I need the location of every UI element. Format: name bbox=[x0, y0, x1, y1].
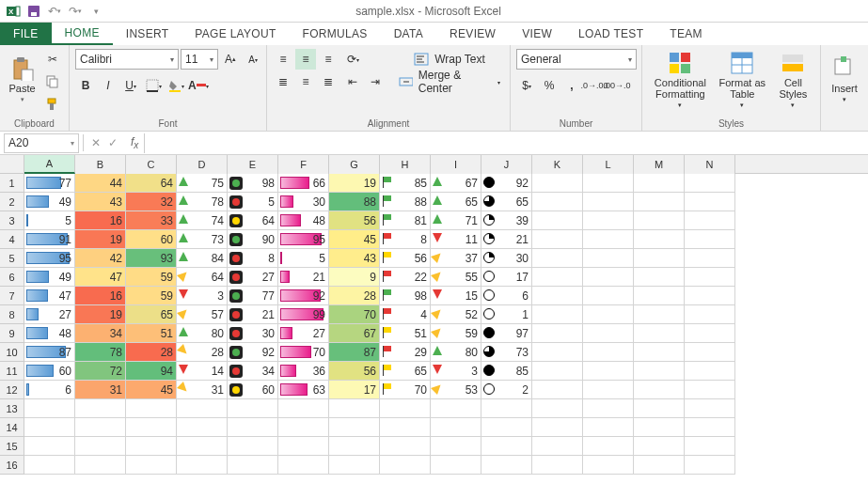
row-header[interactable]: 8 bbox=[0, 305, 24, 324]
cell[interactable]: 5 bbox=[228, 193, 278, 211]
name-box[interactable]: A20▾ bbox=[4, 133, 79, 153]
italic-button[interactable]: I bbox=[98, 75, 118, 96]
cell[interactable] bbox=[75, 437, 126, 456]
cell[interactable]: 49 bbox=[24, 193, 75, 211]
cell[interactable] bbox=[532, 324, 583, 343]
conditional-formatting-button[interactable]: Conditional Formatting▾ bbox=[648, 49, 713, 111]
decrease-indent-icon[interactable]: ⇤ bbox=[342, 71, 363, 92]
cell[interactable]: 48 bbox=[24, 324, 75, 343]
cell[interactable]: 73 bbox=[177, 230, 228, 249]
column-header[interactable]: I bbox=[431, 155, 481, 174]
cell[interactable] bbox=[380, 418, 431, 437]
cell[interactable] bbox=[685, 437, 735, 456]
cell[interactable]: 56 bbox=[329, 211, 380, 230]
cell[interactable]: 60 bbox=[24, 362, 75, 381]
cell[interactable]: 37 bbox=[431, 249, 481, 268]
font-name-combo[interactable]: Calibri▾ bbox=[75, 49, 179, 70]
row-header[interactable]: 5 bbox=[0, 249, 24, 268]
cell[interactable] bbox=[532, 268, 583, 287]
cell[interactable] bbox=[532, 287, 583, 305]
column-header[interactable]: K bbox=[532, 155, 583, 174]
cell[interactable]: 19 bbox=[75, 305, 126, 324]
cell[interactable] bbox=[532, 174, 583, 193]
cell[interactable] bbox=[583, 418, 634, 437]
row-header[interactable]: 12 bbox=[0, 381, 24, 399]
font-color-button[interactable]: A▾ bbox=[188, 75, 209, 96]
increase-indent-icon[interactable]: ⇥ bbox=[365, 71, 386, 92]
cell[interactable] bbox=[532, 343, 583, 362]
cell[interactable] bbox=[126, 399, 177, 418]
cell[interactable]: 65 bbox=[126, 305, 177, 324]
cell[interactable]: 70 bbox=[380, 381, 431, 399]
row-header[interactable]: 11 bbox=[0, 362, 24, 381]
enter-formula-icon[interactable]: ✓ bbox=[108, 136, 118, 149]
cell[interactable]: 51 bbox=[126, 324, 177, 343]
cell[interactable]: 81 bbox=[380, 211, 431, 230]
qat-customize-icon[interactable]: ▾ bbox=[87, 2, 105, 21]
cell[interactable]: 14 bbox=[177, 362, 228, 381]
column-header[interactable]: J bbox=[481, 155, 532, 174]
cell[interactable]: 85 bbox=[380, 174, 431, 193]
cell[interactable] bbox=[431, 437, 481, 456]
cell[interactable] bbox=[634, 305, 685, 324]
wrap-text-button[interactable]: Wrap Text bbox=[395, 49, 504, 70]
paste-button[interactable]: Paste ▾ bbox=[6, 49, 39, 111]
cell[interactable]: 95 bbox=[278, 230, 329, 249]
cell[interactable]: 43 bbox=[329, 249, 380, 268]
cell[interactable]: 60 bbox=[228, 381, 278, 399]
format-painter-icon[interactable] bbox=[42, 94, 63, 115]
cell[interactable] bbox=[278, 456, 329, 475]
cell[interactable]: 45 bbox=[126, 381, 177, 399]
cell[interactable] bbox=[177, 456, 228, 475]
cell[interactable] bbox=[532, 211, 583, 230]
merge-center-button[interactable]: Merge & Center ▾ bbox=[395, 71, 504, 92]
tab-data[interactable]: DATA bbox=[381, 23, 436, 45]
cell[interactable] bbox=[532, 418, 583, 437]
cell[interactable]: 30 bbox=[278, 193, 329, 211]
increase-decimal-icon[interactable]: .0→.00 bbox=[584, 75, 605, 96]
cell[interactable]: 90 bbox=[228, 230, 278, 249]
cell[interactable]: 92 bbox=[278, 287, 329, 305]
redo-icon[interactable]: ↷ ▾ bbox=[66, 2, 85, 21]
cell[interactable]: 52 bbox=[431, 305, 481, 324]
cell[interactable]: 21 bbox=[278, 268, 329, 287]
cell[interactable] bbox=[329, 399, 380, 418]
cell[interactable]: 45 bbox=[329, 230, 380, 249]
align-right-icon[interactable]: ≣ bbox=[318, 71, 339, 92]
cell[interactable]: 80 bbox=[177, 324, 228, 343]
cell[interactable]: 27 bbox=[228, 268, 278, 287]
cell[interactable] bbox=[685, 230, 735, 249]
cell[interactable]: 92 bbox=[228, 343, 278, 362]
cell[interactable]: 21 bbox=[228, 305, 278, 324]
cell[interactable] bbox=[685, 399, 735, 418]
cell[interactable] bbox=[634, 174, 685, 193]
cell[interactable]: 19 bbox=[329, 174, 380, 193]
cell[interactable] bbox=[634, 456, 685, 475]
align-bottom-icon[interactable]: ≡ bbox=[318, 49, 339, 70]
number-format-combo[interactable]: General▾ bbox=[516, 49, 637, 70]
cell[interactable]: 98 bbox=[228, 174, 278, 193]
column-header[interactable]: H bbox=[380, 155, 431, 174]
cell[interactable] bbox=[380, 456, 431, 475]
cell[interactable] bbox=[532, 362, 583, 381]
cell[interactable] bbox=[431, 399, 481, 418]
cell[interactable]: 9 bbox=[329, 268, 380, 287]
cell[interactable] bbox=[685, 249, 735, 268]
cell[interactable] bbox=[24, 437, 75, 456]
cell[interactable] bbox=[685, 174, 735, 193]
cell[interactable] bbox=[126, 418, 177, 437]
cell[interactable]: 59 bbox=[126, 287, 177, 305]
cell[interactable]: 77 bbox=[24, 174, 75, 193]
tab-insert[interactable]: INSERT bbox=[113, 23, 182, 45]
cell[interactable]: 28 bbox=[329, 287, 380, 305]
cut-icon[interactable]: ✂ bbox=[42, 49, 63, 70]
cell[interactable] bbox=[685, 343, 735, 362]
cell[interactable]: 78 bbox=[75, 343, 126, 362]
tab-team[interactable]: TEAM bbox=[656, 23, 716, 45]
cell[interactable] bbox=[532, 305, 583, 324]
cell[interactable] bbox=[583, 211, 634, 230]
increase-font-icon[interactable]: A▴ bbox=[220, 49, 241, 70]
cell[interactable] bbox=[177, 418, 228, 437]
cell[interactable] bbox=[685, 418, 735, 437]
cell-styles-button[interactable]: Cell Styles▾ bbox=[772, 49, 814, 111]
